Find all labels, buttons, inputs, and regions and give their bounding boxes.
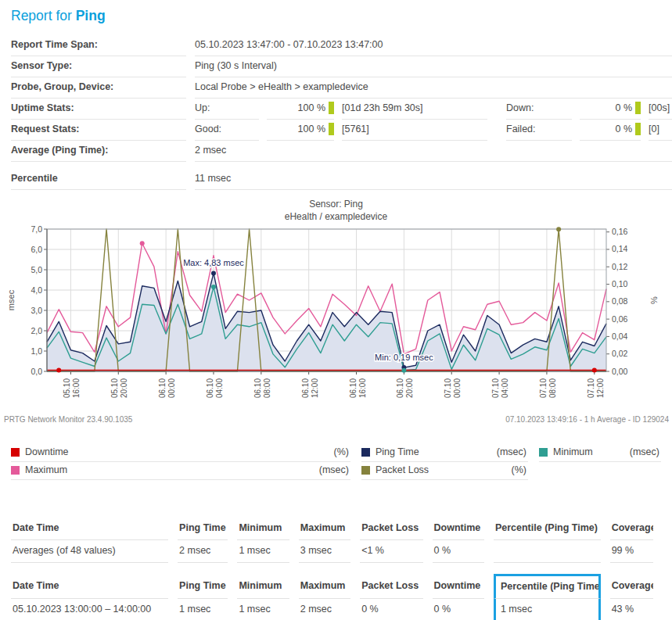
hourly-table-body: 05.10.2023 13:00:00 – 14:00:001 msec1 ms… — [11, 599, 653, 620]
legend-item: Ping Time(msec) — [361, 444, 528, 462]
x-tick-date: 06.10 — [349, 378, 358, 398]
column-header: Minimum — [237, 574, 289, 599]
series-marker-maximum — [140, 241, 145, 245]
series-marker-downtime — [56, 368, 61, 373]
averages-table-head: Date TimePing TimeMinimumMaximumPacket L… — [11, 518, 653, 540]
chart-annotation: Min: 0,19 msec — [375, 353, 433, 362]
request-good-label: Good: — [195, 120, 259, 141]
column-header: Packet Loss — [360, 518, 422, 540]
x-tick-date: 07.10 — [539, 378, 548, 398]
x-tick-time: 20:00 — [120, 378, 128, 398]
summary-row-timespan: Report Time Span: 05.10.2023 13:47:00 - … — [11, 35, 672, 56]
table-cell: 43 % — [610, 599, 653, 620]
left-axis-label: 7,0 — [31, 224, 42, 234]
x-tick-time: 12:00 — [311, 378, 319, 398]
legend-series-unit: (msec) — [319, 464, 349, 476]
uptime-down-label: Down: — [506, 99, 572, 120]
right-axis-label: 0,12 — [612, 262, 628, 271]
series-marker-ping-time — [211, 271, 216, 275]
page-title: Report for Ping — [11, 8, 672, 24]
request-failed-label: Failed: — [506, 120, 572, 141]
x-tick-time: 00:00 — [453, 378, 462, 398]
summary-label: Request Stats: — [11, 120, 186, 141]
right-axis-label: 0,04 — [612, 332, 628, 341]
right-axis-label: 0,10 — [612, 279, 628, 288]
summary-value: 2 msec — [195, 141, 672, 162]
x-tick-time: 00:00 — [167, 378, 176, 398]
chart-title: Sensor: Ping — [0, 198, 672, 210]
legend-color-swatch — [11, 448, 20, 457]
table-cell: 3 msec — [299, 540, 350, 563]
chart-annotation: Max: 4,83 msec — [183, 258, 244, 267]
summary-value: 11 msec — [195, 169, 672, 190]
x-tick-time: 08:00 — [548, 378, 557, 398]
x-tick-date: 07.10 — [587, 378, 595, 398]
hourly-table-head: Date TimePing TimeMinimumMaximumPacket L… — [11, 574, 653, 599]
table-cell: 1 msec — [178, 599, 228, 620]
table-cell — [494, 540, 601, 563]
column-header: Date Time — [11, 518, 168, 540]
table-row: 05.10.2023 13:00:00 – 14:00:001 msec1 ms… — [11, 599, 653, 620]
legend-series-unit: (msec) — [630, 446, 659, 458]
uptime-down-percent-value: 0 % — [615, 102, 632, 114]
table-cell: 0 % — [360, 599, 422, 620]
table-cell: <1 % — [360, 540, 422, 563]
request-good-gauge-bar — [329, 123, 334, 135]
chart-footer-timestamp: 07.10.2023 13:49:16 - 1 h Average - ID 1… — [505, 415, 669, 424]
x-tick-time: 16:00 — [358, 378, 367, 398]
legend-series-name: Downtime — [25, 446, 69, 458]
column-header: Maximum — [299, 574, 350, 599]
column-header: Downtime — [433, 574, 484, 599]
x-tick-time: 12:00 — [596, 378, 605, 398]
table-cell: Averages (of 48 values) — [11, 540, 168, 563]
column-header: Packet Loss — [360, 574, 422, 599]
left-axis-label: 0,0 — [31, 367, 42, 376]
summary-row-probe-group-device: Probe, Group, Device: Local Probe > eHea… — [11, 77, 672, 99]
ping-chart-block: Sensor: Ping eHealth / exampledevice 0,0… — [0, 198, 672, 480]
column-header: Minimum — [237, 518, 289, 540]
column-header: Coverage — [610, 518, 653, 540]
series-marker-downtime — [592, 368, 597, 373]
report-summary-table: Report Time Span: 05.10.2023 13:47:00 - … — [11, 35, 672, 190]
column-header: Coverage — [610, 574, 653, 599]
chart-subtitle: eHealth / exampledevice — [0, 210, 672, 223]
x-tick-date: 05.10 — [63, 378, 71, 398]
legend-item: Minimum(msec) — [539, 444, 661, 462]
x-tick-date: 06.10 — [158, 378, 167, 398]
x-tick-date: 06.10 — [301, 378, 310, 398]
x-tick-date: 06.10 — [206, 378, 214, 398]
left-axis-label: 6,0 — [31, 245, 42, 254]
summary-label: Percentile — [11, 169, 186, 190]
request-failed-percent: 0 % — [580, 120, 641, 141]
uptime-up-label: Up: — [195, 99, 259, 120]
column-header: Ping Time — [178, 518, 228, 540]
series-marker-packet-loss — [556, 227, 561, 231]
averages-table-body: Averages (of 48 values)2 msec1 msec3 mse… — [11, 540, 653, 563]
legend-item: Maximum(msec) — [11, 462, 350, 480]
uptime-up-duration: [01d 23h 59m 30s] — [342, 99, 487, 120]
uptime-down-gauge-bar — [635, 102, 641, 114]
column-header: Maximum — [299, 518, 350, 540]
right-axis-label: 0,06 — [612, 314, 628, 324]
summary-value: Ping (30 s Interval) — [195, 56, 672, 77]
x-tick-date: 07.10 — [491, 378, 500, 398]
column-header: Ping Time — [178, 574, 228, 599]
summary-label: Uptime Stats: — [11, 99, 186, 120]
request-failed-count: [0] — [649, 120, 672, 141]
page-title-sensor: Ping — [76, 8, 106, 23]
request-good-percent: 100 % — [267, 120, 334, 141]
legend-item: Downtime(%) — [11, 444, 350, 462]
chart-footer: PRTG Network Monitor 23.4.90.1035 07.10.… — [0, 415, 672, 424]
summary-label: Report Time Span: — [11, 35, 186, 56]
summary-row-sensor-type: Sensor Type: Ping (30 s Interval) — [11, 56, 672, 77]
x-tick-time: 04:00 — [501, 378, 509, 398]
column-header: Downtime — [433, 518, 484, 540]
legend-series-name: Maximum — [25, 464, 67, 476]
table-cell: 1 msec — [237, 540, 289, 563]
uptime-up-percent-value: 100 % — [298, 102, 325, 114]
x-tick-time: 16:00 — [72, 378, 81, 398]
left-axis-title: msec — [6, 289, 16, 310]
percentile-highlight-cell: 1 msec — [494, 599, 601, 620]
legend-series-name: Minimum — [553, 446, 593, 458]
table-cell: 1 msec — [237, 599, 289, 620]
